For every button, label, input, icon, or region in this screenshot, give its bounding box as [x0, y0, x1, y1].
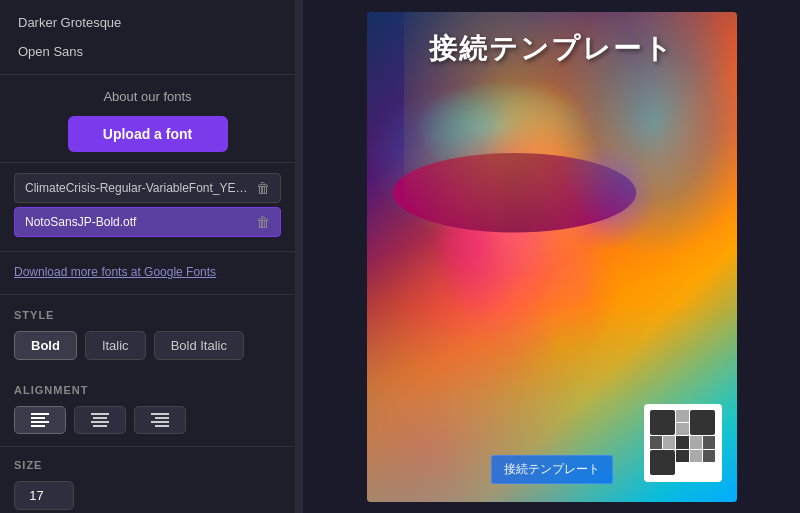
poster-container: 接続テンプレート 接続テンプレート [367, 12, 737, 502]
about-fonts-section: About our fonts Upload a font [0, 75, 295, 163]
alignment-buttons-group [14, 406, 281, 434]
alignment-section-label: ALIGNMENT [14, 384, 281, 396]
style-bold-italic-button[interactable]: Bold Italic [154, 331, 244, 360]
svg-rect-8 [151, 413, 169, 415]
svg-rect-6 [91, 421, 109, 423]
size-section-label: SIZE [14, 459, 281, 471]
align-center-icon [91, 413, 109, 427]
svg-rect-4 [91, 413, 109, 415]
style-italic-button[interactable]: Italic [85, 331, 146, 360]
svg-rect-10 [151, 421, 169, 423]
align-right-button[interactable] [134, 406, 186, 434]
delete-noto-sans-icon[interactable]: 🗑 [256, 214, 270, 230]
qr-cell-5 [676, 436, 688, 448]
alignment-section: ALIGNMENT [0, 384, 295, 447]
align-left-button[interactable] [14, 406, 66, 434]
font-file-climate-crisis[interactable]: ClimateCrisis-Regular-VariableFont_YEAR.… [14, 173, 281, 203]
panel-divider [295, 0, 303, 513]
qr-cell-2 [676, 423, 688, 435]
poster-background: 接続テンプレート 接続テンプレート [367, 12, 737, 502]
qr-cell-10 [703, 450, 715, 462]
qr-corner-tl [650, 410, 676, 436]
font-file-name-climate: ClimateCrisis-Regular-VariableFont_YEAR.… [25, 181, 248, 195]
font-file-name-noto: NotoSansJP-Bold.otf [25, 215, 248, 229]
font-item-darker-grotesque[interactable]: Darker Grotesque [0, 8, 295, 37]
style-buttons-group: Bold Italic Bold Italic [14, 331, 281, 360]
svg-rect-5 [93, 417, 107, 419]
google-fonts-link-section: Download more fonts at Google Fonts [0, 252, 295, 295]
svg-rect-9 [155, 417, 169, 419]
align-center-button[interactable] [74, 406, 126, 434]
uploaded-fonts-section: ClimateCrisis-Regular-VariableFont_YEAR.… [0, 163, 295, 252]
qr-code [644, 404, 722, 482]
size-section: SIZE [0, 447, 295, 513]
qr-cell-8 [676, 450, 688, 462]
svg-rect-11 [155, 425, 169, 427]
qr-corner-tr [690, 410, 716, 436]
left-panel: Darker Grotesque Open Sans About our fon… [0, 0, 295, 513]
qr-corner-bl [650, 450, 676, 476]
style-bold-button[interactable]: Bold [14, 331, 77, 360]
delete-climate-crisis-icon[interactable]: 🗑 [256, 180, 270, 196]
align-left-icon [31, 413, 49, 427]
style-section: STYLE Bold Italic Bold Italic [0, 295, 295, 384]
font-file-noto-sans[interactable]: NotoSansJP-Bold.otf 🗑 [14, 207, 281, 237]
font-item-open-sans[interactable]: Open Sans [0, 37, 295, 66]
size-input[interactable] [14, 481, 74, 510]
qr-cell-6 [690, 436, 702, 448]
poster-title: 接続テンプレート [367, 22, 737, 76]
about-fonts-label: About our fonts [103, 89, 191, 104]
poster-subtitle: 接続テンプレート [491, 455, 613, 484]
qr-cell-3 [650, 436, 662, 448]
svg-rect-2 [31, 421, 49, 423]
qr-cell-9 [690, 450, 702, 462]
svg-rect-0 [31, 413, 49, 415]
right-panel: 接続テンプレート 接続テンプレート [303, 0, 800, 513]
qr-cell-4 [663, 436, 675, 448]
qr-cell-7 [703, 436, 715, 448]
google-fonts-link[interactable]: Download more fonts at Google Fonts [14, 265, 216, 279]
upload-font-button[interactable]: Upload a font [68, 116, 228, 152]
svg-rect-3 [31, 425, 45, 427]
svg-rect-7 [93, 425, 107, 427]
font-list: Darker Grotesque Open Sans [0, 0, 295, 75]
style-section-label: STYLE [14, 309, 281, 321]
qr-cell-1 [676, 410, 688, 422]
svg-rect-1 [31, 417, 45, 419]
align-right-icon [151, 413, 169, 427]
